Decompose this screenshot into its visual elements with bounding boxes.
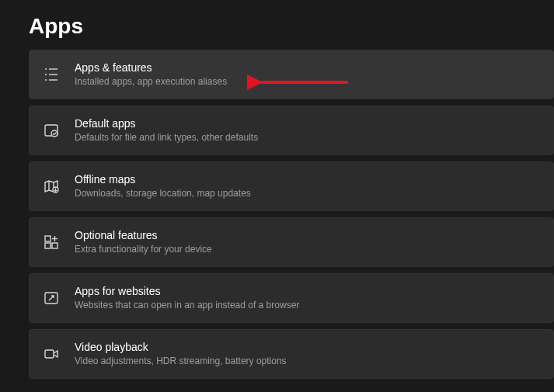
svg-rect-17: [45, 350, 54, 358]
item-offline-maps[interactable]: Offline maps Downloads, storage location…: [29, 161, 554, 211]
item-title: Apps for websites: [75, 284, 299, 298]
item-title: Default apps: [75, 116, 258, 130]
offline-maps-icon: [44, 179, 75, 194]
svg-rect-13: [52, 243, 57, 248]
item-apps-for-websites[interactable]: Apps for websites Websites that can open…: [29, 273, 554, 323]
settings-list: Apps & features Installed apps, app exec…: [0, 50, 554, 379]
optional-features-icon: [44, 234, 75, 250]
item-desc: Installed apps, app execution aliases: [75, 75, 227, 88]
item-apps-features[interactable]: Apps & features Installed apps, app exec…: [29, 50, 554, 99]
apps-for-websites-icon: [44, 290, 75, 306]
item-title: Offline maps: [75, 172, 251, 186]
item-desc: Downloads, storage location, map updates: [75, 187, 251, 200]
svg-point-4: [45, 79, 47, 81]
apps-features-icon: [44, 67, 75, 82]
default-apps-icon: [44, 123, 75, 138]
item-desc: Websites that can open in an app instead…: [75, 299, 299, 312]
item-desc: Extra functionality for your device: [75, 243, 212, 256]
item-desc: Defaults for file and link types, other …: [75, 131, 258, 144]
svg-point-7: [51, 130, 57, 137]
item-title: Video playback: [75, 340, 287, 354]
item-default-apps[interactable]: Default apps Defaults for file and link …: [29, 106, 554, 155]
item-title: Apps & features: [75, 61, 227, 75]
video-playback-icon: [44, 346, 75, 362]
svg-rect-11: [45, 236, 51, 241]
svg-point-2: [45, 74, 47, 75]
svg-point-0: [45, 68, 47, 70]
item-desc: Video adjustments, HDR streaming, batter…: [75, 355, 287, 368]
item-optional-features[interactable]: Optional features Extra functionality fo…: [29, 217, 554, 267]
svg-rect-12: [45, 243, 51, 248]
item-video-playback[interactable]: Video playback Video adjustments, HDR st…: [29, 329, 554, 379]
item-title: Optional features: [75, 228, 212, 242]
page-title: Apps: [0, 0, 554, 50]
